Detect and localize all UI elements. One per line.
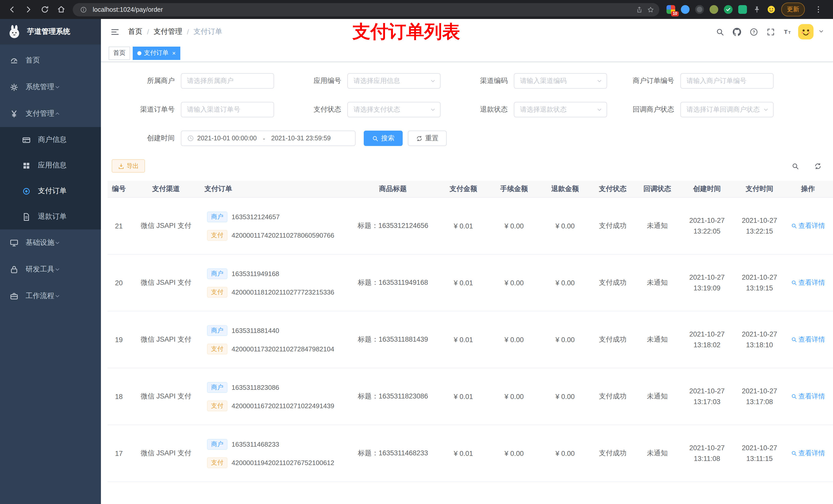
refresh-icon[interactable] <box>811 160 824 172</box>
filter-item-1-2: 退款状态请选择退款状态 <box>441 102 607 117</box>
filter-select-0-2[interactable]: 请输入渠道编码 <box>514 73 607 89</box>
view-detail-link[interactable]: 查看详情 <box>791 335 825 344</box>
view-detail-label: 查看详情 <box>799 392 825 401</box>
app-logo[interactable]: 芋道管理系统 <box>0 19 101 45</box>
table-cell <box>130 482 202 504</box>
hamburger-icon[interactable] <box>109 26 121 38</box>
extension-blue-icon[interactable] <box>681 5 690 14</box>
merchant-order-line: 商户1635312124657 <box>207 211 334 222</box>
export-button[interactable]: 导出 <box>112 159 145 173</box>
home-icon[interactable] <box>53 2 69 17</box>
filter-select-1-3[interactable]: 请选择订单回调商户状态 <box>680 102 774 117</box>
column-header-4: 支付金额 <box>438 181 489 197</box>
share-icon[interactable] <box>634 4 645 15</box>
sidebar-item-4[interactable]: 研发工具 <box>0 256 101 283</box>
breadcrumb-item[interactable]: 首页 <box>128 27 142 37</box>
refresh-icon <box>416 135 423 142</box>
reload-icon[interactable] <box>37 2 52 17</box>
filter-input-0-3[interactable]: 请输入商户订单编号 <box>680 73 774 89</box>
create-time: 2021-10-2713:22:05 <box>689 215 724 237</box>
table-cell: 2021-10-2713:17:03 <box>680 368 734 425</box>
sidebar-submenu: 商户信息应用信息支付订单退款订单 <box>0 127 101 230</box>
back-icon[interactable] <box>4 2 20 17</box>
date-range-input[interactable]: 2021-10-01 00:00:00 - 2021-10-31 23:59:5… <box>181 130 356 146</box>
column-header-8: 回调状态 <box>635 181 680 197</box>
filter-label: 渠道编码 <box>441 76 514 86</box>
profile-emoji-icon[interactable] <box>767 5 776 14</box>
table-cell: 支付成功 <box>591 311 635 368</box>
column-header-label: 支付渠道 <box>152 184 180 194</box>
text: 13:22:15 <box>742 226 777 237</box>
view-detail-link[interactable]: 查看详情 <box>791 278 825 287</box>
table-cell: 2021-10-2713:19:09 <box>680 255 734 311</box>
breadcrumb-item[interactable]: 支付管理 <box>154 27 182 37</box>
filter-item-0-1: 应用编号请选择应用信息 <box>274 73 441 89</box>
search-toggle-icon[interactable] <box>789 160 801 172</box>
sidebar-item-1[interactable]: 系统管理 <box>0 74 101 100</box>
extension-green-icon[interactable] <box>738 5 747 14</box>
pin-icon[interactable] <box>753 5 761 14</box>
font-size-icon[interactable]: TT <box>781 26 793 38</box>
pay-channel: 微信 JSAPI 支付 <box>141 278 191 287</box>
github-icon[interactable] <box>731 26 743 38</box>
sidebar-item-2[interactable]: 支付管理 <box>0 100 101 127</box>
sidebar-subitem-2-1[interactable]: 应用信息 <box>0 153 101 178</box>
column-header-label: 支付订单 <box>205 184 232 194</box>
extension-gray-icon[interactable] <box>695 5 704 14</box>
sidebar-subitem-2-3[interactable]: 退款订单 <box>0 204 101 230</box>
extension-olive-icon[interactable] <box>710 5 718 14</box>
filter-input-1-0[interactable]: 请输入渠道订单号 <box>181 102 274 117</box>
more-menu-icon[interactable] <box>810 2 826 17</box>
reset-button[interactable]: 重置 <box>408 130 447 146</box>
text: 13:17:03 <box>689 397 724 407</box>
filter-select-1-2[interactable]: 请选择退款状态 <box>514 102 607 117</box>
column-header-label: 支付时间 <box>746 184 773 194</box>
pay-channel: 微信 JSAPI 支付 <box>141 221 191 231</box>
chrome-update-button[interactable]: 更新 <box>781 3 805 16</box>
sidebar-item-0[interactable]: 首页 <box>0 47 101 74</box>
fullscreen-icon[interactable] <box>764 26 777 38</box>
view-detail-link[interactable]: 查看详情 <box>791 221 825 231</box>
view-detail-link[interactable]: 查看详情 <box>791 449 825 458</box>
pay-amount: ¥ 0.01 <box>454 336 473 343</box>
help-icon[interactable]: ? <box>747 26 760 38</box>
search-button[interactable]: 搜索 <box>364 130 403 146</box>
sidebar-item-3[interactable]: 基础设施 <box>0 230 101 256</box>
annotation-title: 支付订单列表 <box>353 20 460 44</box>
info-icon[interactable] <box>78 4 89 15</box>
filter-select-0-1[interactable]: 请选择应用信息 <box>347 73 441 89</box>
table-cell: 商户1635311949168支付42000011812021102777232… <box>202 255 348 311</box>
placeholder-text: 请选择应用信息 <box>354 76 430 86</box>
avatar-icon[interactable] <box>798 24 813 40</box>
pay-time: 2021-10-2713:17:08 <box>742 386 777 407</box>
chevron-down-icon[interactable] <box>818 28 825 35</box>
extension-colorful-icon[interactable]: 10 <box>667 5 675 14</box>
url-bar[interactable]: localhost:1024/pay/order <box>73 3 659 16</box>
merchant-order-no: 1635311823086 <box>232 383 279 391</box>
text: 13:22:05 <box>689 226 724 237</box>
gear-icon <box>10 83 19 91</box>
forward-icon[interactable] <box>21 2 36 17</box>
sidebar-subitem-2-2[interactable]: 支付订单 <box>0 178 101 204</box>
close-icon[interactable]: × <box>172 49 176 56</box>
pay-time: 2021-10-2713:19:15 <box>742 272 777 293</box>
table-cell <box>635 482 680 504</box>
merchant-order-no: 1635312124657 <box>232 213 280 220</box>
tab-0[interactable]: 首页 <box>109 46 130 60</box>
filter-select-1-1[interactable]: 请选择支付状态 <box>347 102 441 117</box>
extension-check-icon[interactable] <box>724 5 733 14</box>
table-cell: 未通知 <box>635 311 680 368</box>
pay-channel: 微信 JSAPI 支付 <box>141 449 191 458</box>
view-detail-link[interactable]: 查看详情 <box>791 392 825 401</box>
tab-1[interactable]: 支付订单× <box>133 46 180 60</box>
sidebar-subitem-2-0[interactable]: 商户信息 <box>0 127 101 153</box>
order-id: 18 <box>115 392 123 400</box>
sidebar-item-5[interactable]: 工作流程 <box>0 283 101 309</box>
filter-select-0-0[interactable]: 请选择所属商户 <box>181 73 274 89</box>
goods-title: 标题：1635311468233 <box>358 449 428 458</box>
filter-item-1-0: 渠道订单号请输入渠道订单号 <box>108 102 274 117</box>
breadcrumb-item: 支付订单 <box>194 27 222 37</box>
table-cell: 微信 JSAPI 支付 <box>130 198 202 254</box>
search-icon[interactable] <box>714 26 726 38</box>
star-icon[interactable] <box>645 4 656 15</box>
